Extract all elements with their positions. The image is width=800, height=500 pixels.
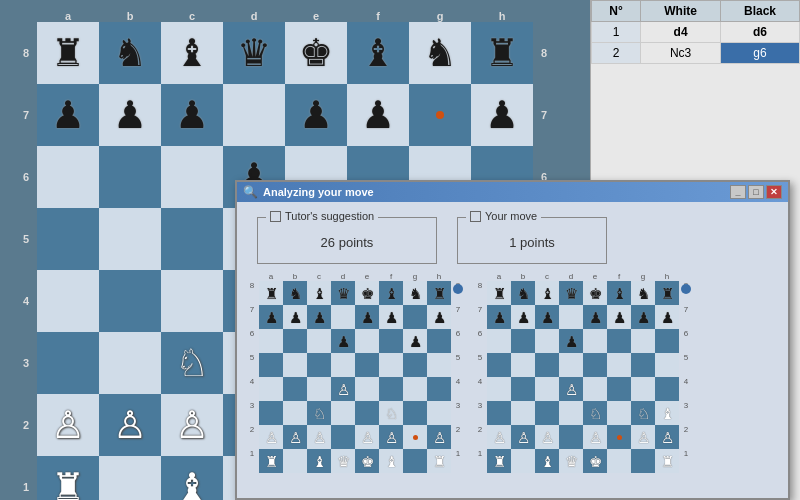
cell-c7[interactable]: ♟: [161, 84, 223, 146]
dialog-title: Analyzing your move: [263, 186, 374, 198]
cell-a1[interactable]: ♜: [37, 456, 99, 500]
header-black: Black: [721, 1, 800, 22]
cell-d7[interactable]: [223, 84, 285, 146]
minimize-button[interactable]: _: [730, 185, 746, 199]
cell-a8[interactable]: ♜: [37, 22, 99, 84]
cell-g8[interactable]: ♞: [409, 22, 471, 84]
board-row-8: 8 ♜ ♞ ♝ ♛ ♚ ♝ ♞ ♜ 8: [15, 22, 555, 84]
restore-button[interactable]: □: [748, 185, 764, 199]
cell-c1[interactable]: ♝: [161, 456, 223, 500]
cell-a5[interactable]: [37, 208, 99, 270]
your-move-label: Your move: [466, 210, 541, 222]
cell-c6[interactable]: [161, 146, 223, 208]
cell-b7[interactable]: ♟: [99, 84, 161, 146]
cell-b3[interactable]: [99, 332, 161, 394]
cell-b8[interactable]: ♞: [99, 22, 161, 84]
col-labels-top: a b c d e f g h: [37, 10, 555, 22]
cell-a2[interactable]: ♙: [37, 394, 99, 456]
cell-c5[interactable]: [161, 208, 223, 270]
move-white-2[interactable]: Nc3: [641, 43, 721, 64]
header-white: White: [641, 1, 721, 22]
move-num-1: 1: [592, 22, 641, 43]
col-h: h: [471, 10, 533, 22]
col-d: d: [223, 10, 285, 22]
col-b: b: [99, 10, 161, 22]
cell-f7[interactable]: ♟: [347, 84, 409, 146]
cell-b5[interactable]: [99, 208, 161, 270]
tutor-points: 26 points: [283, 230, 411, 255]
table-row[interactable]: 1 d4 d6: [592, 22, 800, 43]
cell-c8[interactable]: ♝: [161, 22, 223, 84]
col-a: a: [37, 10, 99, 22]
cell-e8[interactable]: ♚: [285, 22, 347, 84]
col-f: f: [347, 10, 409, 22]
cell-a6[interactable]: [37, 146, 99, 208]
cell-e7[interactable]: ♟: [285, 84, 347, 146]
header-num: N°: [592, 1, 641, 22]
move-num-2: 2: [592, 43, 641, 64]
col-e: e: [285, 10, 347, 22]
cell-b6[interactable]: [99, 146, 161, 208]
mini-board-yourmove[interactable]: a b c d e f g h 8 ♜ ♞ ♝ ♛ ♚ ♝ ♞ ♜ 8 7: [473, 272, 693, 473]
cell-c3[interactable]: ♘: [161, 332, 223, 394]
analysis-dialog: 🔍 Analyzing your move _ □ ✕ Tutor's sugg…: [235, 180, 790, 500]
close-button[interactable]: ✕: [766, 185, 782, 199]
table-row[interactable]: 2 Nc3 g6: [592, 43, 800, 64]
cell-a7[interactable]: ♟: [37, 84, 99, 146]
cell-f8[interactable]: ♝: [347, 22, 409, 84]
your-move-checkbox[interactable]: [470, 211, 481, 222]
mini-board-tutor[interactable]: a b c d e f g h 8 ♜ ♞ ♝ ♛ ♚ ♝ ♞ ♜ 8 7: [245, 272, 465, 473]
move-history-table: N° White Black 1 d4 d6 2 Nc3 g6: [591, 0, 800, 64]
move-white-1[interactable]: d4: [641, 22, 721, 43]
your-move-points: 1 points: [483, 230, 581, 255]
dialog-titlebar: 🔍 Analyzing your move _ □ ✕: [237, 182, 788, 202]
tutor-checkbox[interactable]: [270, 211, 281, 222]
move-black-2[interactable]: g6: [721, 43, 800, 64]
dialog-icon: 🔍: [243, 185, 258, 199]
board-row-7: 7 ♟ ♟ ♟ ♟ ♟ ♟ 7: [15, 84, 555, 146]
cell-g7[interactable]: [409, 84, 471, 146]
cell-h8[interactable]: ♜: [471, 22, 533, 84]
cell-a3[interactable]: [37, 332, 99, 394]
cell-b1[interactable]: [99, 456, 161, 500]
cell-h7[interactable]: ♟: [471, 84, 533, 146]
cell-c4[interactable]: [161, 270, 223, 332]
cell-c2[interactable]: ♙: [161, 394, 223, 456]
cell-d8[interactable]: ♛: [223, 22, 285, 84]
cell-b2[interactable]: ♙: [99, 394, 161, 456]
col-c: c: [161, 10, 223, 22]
tutor-suggestion-label: Tutor's suggestion: [266, 210, 378, 222]
cell-a4[interactable]: [37, 270, 99, 332]
cell-b4[interactable]: [99, 270, 161, 332]
col-g: g: [409, 10, 471, 22]
move-black-1[interactable]: d6: [721, 22, 800, 43]
dialog-controls: _ □ ✕: [730, 185, 782, 199]
